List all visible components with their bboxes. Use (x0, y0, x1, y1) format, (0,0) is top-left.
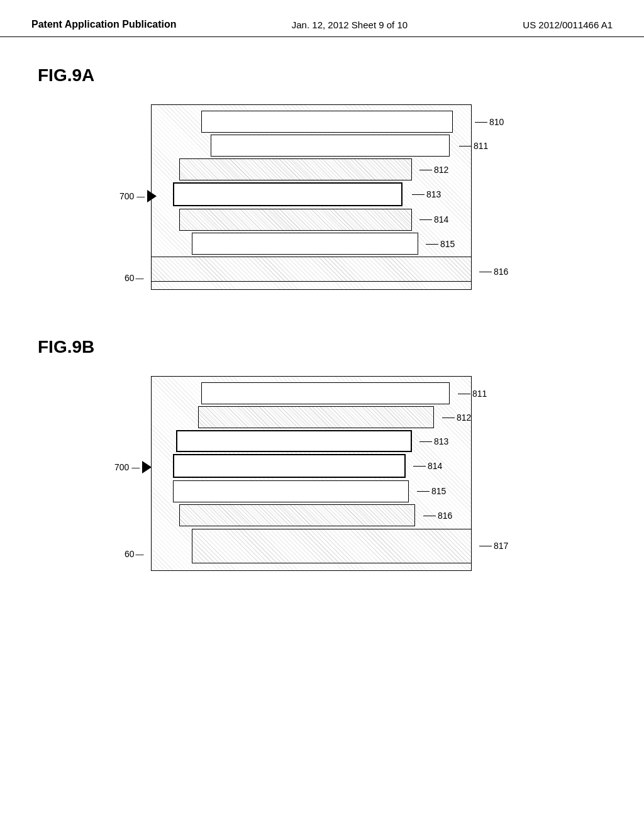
fig9b-bar-813 (176, 430, 412, 452)
fig9a-bar-812 (179, 158, 412, 180)
fig9a-right-label-814: 814 (419, 214, 448, 224)
fig9b-bar-817 (192, 529, 472, 563)
fig9b-right-label-814: 814 (413, 461, 442, 471)
fig9a-bar-816 (151, 257, 472, 282)
fig9a-right-label-813: 813 (412, 189, 441, 199)
fig9a-bar-813 (173, 182, 402, 206)
fig9b-right-label-812: 812 (442, 412, 471, 423)
fig9b-arrow-700: 700 — (114, 461, 152, 473)
publication-title: Patent Application Publication (31, 19, 177, 30)
page-header: Patent Application Publication Jan. 12, … (0, 0, 644, 37)
fig9a-label-60-container: 60 — (125, 273, 144, 283)
fig9b-bar-814 (173, 454, 406, 478)
fig9b-triangle-700 (142, 461, 152, 473)
fig9a-section: FIG.9A 700 — (38, 65, 606, 299)
fig9a-right-label-812: 812 (419, 165, 448, 175)
fig9a-right-label-815: 815 (426, 239, 455, 249)
fig9a-right-label-816: 816 (479, 267, 508, 277)
page-content: FIG.9A 700 — (0, 40, 644, 640)
fig9a-right-label-810: 810 (475, 117, 504, 127)
fig9b-bar-816 (179, 504, 415, 526)
fig9b-bar-815 (173, 480, 409, 502)
fig9a-bar-815 (192, 233, 418, 255)
fig9b-label-60: 60 (125, 549, 135, 559)
fig9b-label-700: 700 (114, 462, 129, 472)
fig9a-title: FIG.9A (38, 65, 606, 86)
fig9b-right-label-811: 811 (458, 389, 487, 399)
publication-date-sheet: Jan. 12, 2012 Sheet 9 of 10 (292, 19, 408, 30)
fig9a-right-label-811: 811 (459, 141, 488, 151)
fig9b-bar-812 (198, 406, 434, 428)
fig9b-right-label-816: 816 (423, 511, 452, 521)
fig9b-right-label-813: 813 (419, 436, 448, 446)
fig9a-triangle-700 (147, 190, 157, 202)
fig9a-bar-810 (201, 111, 453, 133)
fig9b-title: FIG.9B (38, 337, 606, 357)
publication-number: US 2012/0011466 A1 (523, 19, 613, 30)
fig9a-bar-811 (211, 135, 450, 157)
fig9b-right-label-817: 817 (479, 541, 508, 551)
fig9a-arrow-700: 700 — (119, 190, 157, 202)
fig9a-label-60: 60 (125, 273, 135, 283)
fig9b-label-60-container: 60 — (125, 549, 144, 559)
fig9b-bar-811 (201, 382, 450, 404)
fig9a-bar-814 (179, 209, 412, 231)
fig9b-right-label-815: 815 (417, 486, 446, 496)
fig9b-section: FIG.9B 700 — (38, 337, 606, 577)
fig9a-label-700: 700 (119, 191, 134, 201)
